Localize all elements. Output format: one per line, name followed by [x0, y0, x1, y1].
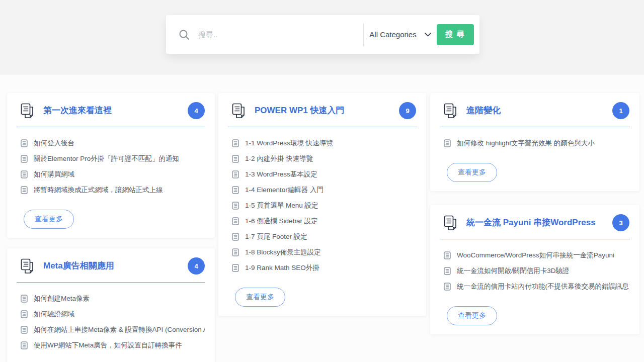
- article-icon: [21, 295, 28, 303]
- article-link[interactable]: 1-1 WordPress環境 快速導覽: [232, 135, 416, 151]
- card-header: Meta廣告相關應用 4: [7, 248, 215, 282]
- documents-icon: [443, 215, 457, 230]
- card-header: 進階變化 1: [430, 93, 639, 127]
- article-title: 1-7 頁尾 Footer 設定: [245, 232, 307, 241]
- count-badge: 4: [188, 257, 205, 275]
- article-link[interactable]: 1-6 側邊欄 Sidebar 設定: [232, 213, 416, 229]
- count-badge: 3: [612, 214, 629, 231]
- documents-icon: [443, 103, 457, 118]
- chevron-down-icon: [425, 33, 431, 37]
- card-header: POWER WP1 快速入門 9: [218, 93, 426, 127]
- article-link[interactable]: 如何在網站上串接Meta像素 & 設置轉換API (Conversion API…: [21, 322, 205, 337]
- article-title: 1-6 側邊欄 Sidebar 設定: [245, 217, 318, 226]
- article-list: 1-1 WordPress環境 快速導覽 1-2 內建外掛 快速導覽 1-3 W…: [218, 127, 426, 276]
- article-icon: [232, 233, 239, 241]
- article-link[interactable]: 1-8 Blocksy佈景主題設定: [232, 244, 416, 260]
- category-card-power-wp1: POWER WP1 快速入門 9 1-1 WordPress環境 快速導覽 1-…: [218, 93, 426, 316]
- category-card-meta-ads: Meta廣告相關應用 4 如何創建Meta像素 如何驗證網域 如何在網站: [7, 248, 215, 362]
- category-select-value: All Categories: [369, 30, 416, 39]
- search-submit-button[interactable]: 搜 尋: [437, 24, 474, 45]
- article-link[interactable]: 1-9 Rank Math SEO外掛: [232, 260, 416, 276]
- article-title: 1-8 Blocksy佈景主題設定: [245, 248, 321, 257]
- article-link[interactable]: 1-7 頁尾 Footer 設定: [232, 229, 416, 244]
- count-badge: 1: [612, 102, 629, 119]
- article-icon: [21, 326, 28, 334]
- documents-icon: [231, 103, 246, 118]
- view-more-button[interactable]: 查看更多: [235, 288, 285, 307]
- article-icon: [232, 217, 239, 225]
- article-title: 將暫時網域換成正式網域，讓網站正式上線: [34, 186, 163, 195]
- article-icon: [21, 186, 28, 194]
- article-title: 如何在網站上串接Meta像素 & 設置轉換API (Conversion API…: [34, 325, 205, 334]
- column-3: 進階變化 1 如何修改 highlight文字螢光效果 的顏色與大小 查看更多 …: [430, 93, 639, 334]
- card-header: 統一金流 Payuni 串接WordPress 3: [430, 205, 639, 239]
- article-link[interactable]: 將暫時網域換成正式網域，讓網站正式上線: [21, 182, 205, 198]
- article-link[interactable]: 如何登入後台: [21, 135, 205, 151]
- count-badge: 4: [188, 102, 205, 119]
- view-more-button[interactable]: 查看更多: [447, 163, 497, 182]
- article-link[interactable]: 關於Elementor Pro外掛「許可證不匹配」的通知: [21, 151, 205, 166]
- category-title[interactable]: Meta廣告相關應用: [43, 261, 188, 271]
- article-icon: [21, 139, 28, 147]
- article-title: 統一金流的信用卡站內付功能(不提供幕後交易的錯誤訊息): [457, 282, 629, 291]
- article-link[interactable]: 如何修改 highlight文字螢光效果 的顏色與大小: [444, 135, 629, 151]
- category-title[interactable]: 第一次進來看這裡: [43, 106, 188, 116]
- article-title: WooCommerce/WordPress如何串接統一金流Payuni: [457, 251, 614, 260]
- search-icon: [178, 29, 190, 41]
- article-list: 如何修改 highlight文字螢光效果 的顏色與大小: [430, 127, 639, 151]
- category-title[interactable]: POWER WP1 快速入門: [255, 106, 399, 116]
- article-link[interactable]: 統一金流如何開啟/關閉信用卡3D驗證: [444, 263, 629, 279]
- article-icon: [21, 310, 28, 318]
- article-icon: [232, 139, 239, 147]
- documents-icon: [20, 258, 34, 274]
- article-title: 如何創建Meta像素: [34, 294, 90, 303]
- article-link[interactable]: 如何購買網域: [21, 166, 205, 182]
- search-input[interactable]: [198, 30, 363, 39]
- article-link[interactable]: WooCommerce/WordPress如何串接統一金流Payuni: [444, 247, 629, 263]
- view-more-button[interactable]: 查看更多: [447, 306, 497, 325]
- article-title: 1-1 WordPress環境 快速導覽: [245, 139, 333, 148]
- article-link[interactable]: 如何創建Meta像素: [21, 291, 205, 306]
- article-icon: [232, 186, 239, 194]
- article-title: 關於Elementor Pro外掛「許可證不匹配」的通知: [34, 154, 179, 163]
- article-icon: [232, 264, 239, 272]
- article-icon: [232, 155, 239, 163]
- article-icon: [444, 139, 451, 147]
- article-list: 如何創建Meta像素 如何驗證網域 如何在網站上串接Meta像素 & 設置轉換A…: [7, 283, 215, 353]
- article-title: 1-5 頁首選單 Menu 設定: [245, 201, 318, 210]
- article-icon: [444, 267, 451, 275]
- view-more-button[interactable]: 查看更多: [24, 210, 74, 229]
- category-card-payuni: 統一金流 Payuni 串接WordPress 3 WooCommerce/Wo…: [430, 205, 639, 334]
- article-title: 如何修改 highlight文字螢光效果 的顏色與大小: [457, 139, 595, 148]
- column-2: POWER WP1 快速入門 9 1-1 WordPress環境 快速導覽 1-…: [218, 93, 426, 316]
- search-bar: All Categories 搜 尋: [166, 15, 479, 54]
- article-list: WooCommerce/WordPress如何串接統一金流Payuni 統一金流…: [430, 239, 639, 294]
- article-link[interactable]: 1-4 Elementor編輯器 入門: [232, 182, 416, 198]
- article-title: 1-4 Elementor編輯器 入門: [245, 186, 324, 195]
- category-select[interactable]: All Categories: [364, 30, 437, 39]
- documents-icon: [20, 103, 34, 118]
- article-icon: [232, 170, 239, 178]
- column-1: 第一次進來看這裡 4 如何登入後台 關於Elementor Pro外掛「許可證不…: [7, 93, 215, 362]
- article-title: 1-3 WordPress基本設定: [245, 170, 317, 179]
- article-link[interactable]: 1-3 WordPress基本設定: [232, 166, 416, 182]
- article-title: 如何驗證網域: [34, 310, 74, 319]
- article-title: 如何購買網域: [34, 170, 74, 179]
- article-title: 使用WP網站下Meta廣告，如何設置自訂轉換事件: [34, 341, 182, 350]
- article-icon: [232, 202, 239, 210]
- article-link[interactable]: 統一金流的信用卡站內付功能(不提供幕後交易的錯誤訊息): [444, 279, 629, 294]
- category-title[interactable]: 統一金流 Payuni 串接WordPress: [466, 218, 612, 228]
- article-icon: [21, 170, 28, 178]
- article-icon: [444, 251, 451, 259]
- card-header: 第一次進來看這裡 4: [7, 93, 215, 127]
- article-icon: [21, 341, 28, 349]
- article-title: 1-2 內建外掛 快速導覽: [245, 154, 313, 163]
- article-link[interactable]: 1-2 內建外掛 快速導覽: [232, 151, 416, 166]
- category-title[interactable]: 進階變化: [466, 106, 612, 116]
- article-link[interactable]: 如何驗證網域: [21, 306, 205, 322]
- article-icon: [232, 248, 239, 256]
- category-card-advanced: 進階變化 1 如何修改 highlight文字螢光效果 的顏色與大小 查看更多: [430, 93, 639, 191]
- article-link[interactable]: 1-5 頁首選單 Menu 設定: [232, 198, 416, 213]
- article-link[interactable]: 使用WP網站下Meta廣告，如何設置自訂轉換事件: [21, 337, 205, 353]
- article-icon: [444, 283, 451, 291]
